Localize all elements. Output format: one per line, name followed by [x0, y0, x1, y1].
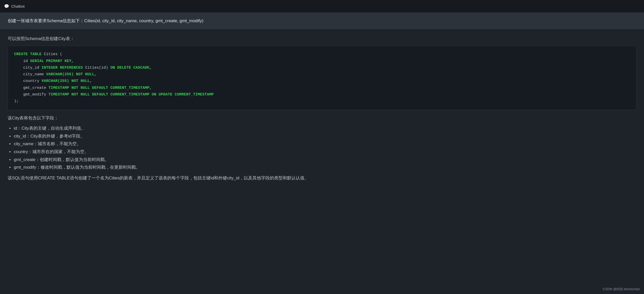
list-item: city_name：城市名称，不能为空。	[8, 140, 636, 148]
assistant-message-container: 可以按照Schema信息创建City表： CREATE TABLE Cities…	[0, 29, 644, 190]
chat-icon: 💬	[4, 4, 9, 9]
bullet-list: id：City表的主键，自动生成序列值。 city_id：City表的外键，参考…	[8, 125, 636, 172]
user-message-text: 创建一张城市表要求Schema信息如下：Cities(id, city_id, …	[8, 18, 203, 23]
watermark: CSDN @向彭-blockchain	[603, 287, 640, 291]
list-item: id：City表的主键，自动生成序列值。	[8, 125, 636, 132]
description-label: 该City表将包含以下字段：	[8, 115, 636, 122]
title-bar-label: Chatbot	[11, 4, 25, 8]
intro-text: 可以按照Schema信息创建City表：	[8, 35, 636, 42]
code-block: CREATE TABLE Cities ( id SERIAL PRIMARY …	[8, 46, 636, 110]
user-message-container: 创建一张城市表要求Schema信息如下：Cities(id, city_id, …	[0, 13, 644, 29]
list-item: country：城市所在的国家，不能为空。	[8, 148, 636, 156]
list-item: gmt_create：创建时间戳，默认值为当前时间戳。	[8, 156, 636, 164]
title-bar: 💬 Chatbot	[0, 0, 644, 13]
list-item: city_id：City表的外键，参考id字段。	[8, 132, 636, 140]
kw-create-table: CREATE TABLE	[14, 52, 42, 56]
summary-text: 该SQL语句使用CREATE TABLE语句创建了一个名为Cities的新表，并…	[8, 175, 636, 182]
list-item: gmt_modify：修改时间戳，默认值为当前时间戳，在更新时间戳。	[8, 164, 636, 172]
